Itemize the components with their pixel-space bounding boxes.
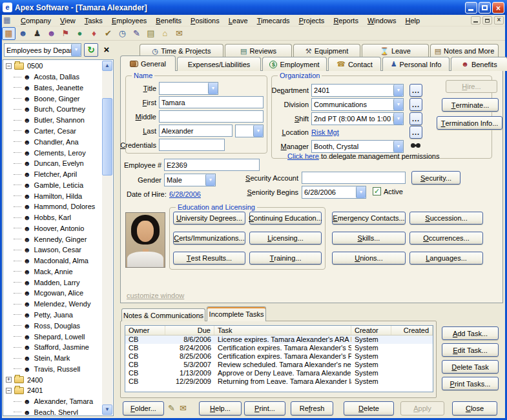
security-account-field[interactable]: [302, 172, 406, 184]
toolbar-packages-button[interactable]: ♦: [87, 27, 101, 40]
column-header-created[interactable]: Created: [391, 326, 433, 335]
toolbar-folders-button[interactable]: ⌂: [158, 27, 172, 40]
tree-item-burch-courtney[interactable]: ☻Burch, Courtney: [5, 104, 101, 115]
tab-reviews[interactable]: ▤Reviews: [225, 44, 292, 57]
test-results-button[interactable]: Test Results...: [173, 252, 245, 265]
toolbar-employee-groups-button[interactable]: ☻: [45, 27, 58, 40]
column-header-owner[interactable]: Owner: [125, 326, 165, 335]
tree-item-hammond-dolores[interactable]: ☻Hammond, Dolores: [5, 201, 101, 212]
binoculars-icon[interactable]: [411, 143, 415, 148]
date-of-hire-link[interactable]: 6/28/2006: [169, 190, 201, 198]
terminate-button[interactable]: Terminate...: [442, 98, 499, 112]
tree-item-duncan-evelyn[interactable]: ☻Duncan, Evelyn: [5, 158, 101, 169]
tab-general[interactable]: General: [120, 55, 176, 71]
skills-button[interactable]: Skills...: [332, 232, 406, 245]
menu-employees[interactable]: Employees: [107, 15, 151, 26]
folder-button[interactable]: Folder...: [123, 401, 164, 415]
menu-company[interactable]: Company: [16, 15, 56, 26]
tree-item-petty-juana[interactable]: ☻Petty, Juana: [5, 310, 101, 321]
manager-dropdown[interactable]: Booth, Crystal▼: [311, 140, 404, 153]
menu-projects[interactable]: Projects: [295, 15, 329, 26]
tree-item-hobbs-karl[interactable]: ☻Hobbs, Karl: [5, 212, 101, 223]
title-dropdown[interactable]: ▼: [159, 82, 218, 95]
languages-button[interactable]: Languages...: [409, 252, 483, 265]
tree-item-mack-annie[interactable]: ☻Mack, Annie: [5, 266, 101, 277]
shift-browse-button[interactable]: ...: [409, 112, 422, 125]
close-button[interactable]: Close: [452, 401, 497, 415]
delete-task-button[interactable]: Delete Task: [442, 360, 499, 374]
shift-dropdown[interactable]: 2nd PT (8:00 AM to 1:00 PM)▼: [311, 112, 404, 125]
tree-item-chandler-ana[interactable]: ☻Chandler, Ana: [5, 136, 101, 147]
minimize-button[interactable]: [465, 2, 477, 14]
middle-name-field[interactable]: [159, 110, 264, 123]
tab-expenses-liabilities[interactable]: Expenses/Liabilities: [177, 57, 261, 71]
credentials-field[interactable]: [159, 139, 225, 151]
toolbar-mail-button[interactable]: ✉: [172, 27, 186, 40]
tab-contact[interactable]: ☎Contact: [328, 57, 381, 71]
certs-immunizations-button[interactable]: Certs/Immunizations...: [173, 232, 245, 245]
tree-item-hamilton-hilda[interactable]: ☻Hamilton, Hilda: [5, 190, 101, 201]
toolbar-tasks-button[interactable]: ✔: [101, 27, 115, 40]
continuing-education-button[interactable]: Continuing Education...: [249, 212, 322, 225]
tab-personal-info[interactable]: ♟Personal Info: [382, 57, 450, 71]
tree-item-melendez-wendy[interactable]: ☻Melendez, Wendy: [5, 299, 101, 310]
unions-button[interactable]: Unions...: [332, 252, 406, 265]
last-name-field[interactable]: [159, 125, 233, 137]
menu-windows[interactable]: Windows: [363, 15, 401, 26]
customize-window-link[interactable]: customize window: [127, 292, 184, 299]
tree-item-mcgowan-alice[interactable]: ☻Mcgowan, Alice: [5, 288, 101, 299]
tree-item-bates-jeanette[interactable]: ☻Bates, Jeanette: [5, 83, 101, 94]
suffix-dropdown[interactable]: ▼: [235, 125, 264, 137]
tree-item-ross-douglas[interactable]: ☻Ross, Douglas: [5, 320, 101, 331]
tree-folder-0500[interactable]: −0500: [5, 61, 101, 72]
print-button[interactable]: Print...: [244, 401, 285, 415]
refresh-button[interactable]: Refresh: [291, 401, 333, 415]
first-name-field[interactable]: [159, 96, 264, 108]
tree-item-beach-sheryl[interactable]: ☻Beach, Sheryl: [5, 407, 101, 415]
toolbar-documents-button[interactable]: ▤: [144, 27, 158, 40]
help-button[interactable]: Help...: [199, 401, 242, 415]
mdi-minimize-button[interactable]: [471, 16, 481, 25]
tab-leave[interactable]: ⌛Leave: [362, 44, 429, 57]
tree-item-travis-russell[interactable]: ☻Travis, Russell: [5, 363, 101, 374]
tab-equipment[interactable]: ⚒Equipment: [293, 44, 360, 57]
menu-leave[interactable]: Leave: [224, 15, 253, 26]
emergency-contacts-button[interactable]: Emergency Contacts...: [332, 212, 406, 225]
termination-info-button[interactable]: Termination Info...: [437, 116, 502, 130]
tree-item-alexander-tamara[interactable]: ☻Alexander, Tamara: [5, 396, 101, 407]
table-row[interactable]: CB12/29/2009Returning from Leave. Tamara…: [125, 377, 433, 386]
table-row[interactable]: CB8/6/2006License expires. Tamara Alexan…: [125, 335, 433, 344]
close-sidebar-button[interactable]: ×: [100, 43, 113, 57]
tree-item-hoover-antonio[interactable]: ☻Hoover, Antonio: [5, 223, 101, 234]
division-browse-button[interactable]: ...: [409, 98, 422, 111]
department-dropdown[interactable]: 2401▼: [311, 84, 404, 97]
tab-notes-communications[interactable]: Notes & Communications: [121, 308, 205, 321]
toolbar-timecards-button[interactable]: ◷: [116, 27, 129, 40]
refresh-tree-button[interactable]: ↻: [84, 43, 98, 57]
tree-item-stein-mark[interactable]: ☻Stein, Mark: [5, 353, 101, 364]
view-selector-dropdown[interactable]: Employees by Department ▼: [4, 43, 81, 57]
tree-expander-icon[interactable]: −: [6, 63, 12, 69]
column-header-task[interactable]: Task: [214, 326, 351, 335]
scroll-down-icon[interactable]: ▼: [102, 405, 112, 415]
toolbar-benefits-button[interactable]: ●: [73, 27, 87, 40]
licensing-button[interactable]: Licensing...: [249, 232, 322, 245]
department-browse-button[interactable]: ...: [409, 84, 422, 97]
menu-benefits[interactable]: Benefits: [151, 15, 186, 26]
menu-view[interactable]: View: [56, 15, 80, 26]
toolbar-reports-button[interactable]: ✎: [130, 27, 143, 40]
column-header-due[interactable]: Due: [165, 326, 214, 335]
location-link[interactable]: Risk Mgt: [311, 128, 339, 136]
scrollbar-thumb[interactable]: [102, 98, 112, 175]
new-note-icon[interactable]: ✎: [168, 403, 175, 413]
succession-button[interactable]: Succession...: [409, 212, 483, 225]
tree-item-butler-shannon[interactable]: ☻Butler, Shannon: [5, 115, 101, 126]
toolbar-schedule-button[interactable]: ⚑: [59, 27, 72, 40]
tree-item-boone-ginger[interactable]: ☻Boone, Ginger: [5, 93, 101, 104]
tree-expander-icon[interactable]: −: [6, 388, 12, 394]
employee-number-field[interactable]: [164, 159, 260, 171]
gender-dropdown[interactable]: Male▼: [164, 174, 216, 186]
send-mail-icon[interactable]: ✉: [180, 403, 187, 413]
tree-scrollbar[interactable]: ▲ ▼: [102, 61, 112, 415]
mdi-restore-button[interactable]: [482, 16, 492, 25]
